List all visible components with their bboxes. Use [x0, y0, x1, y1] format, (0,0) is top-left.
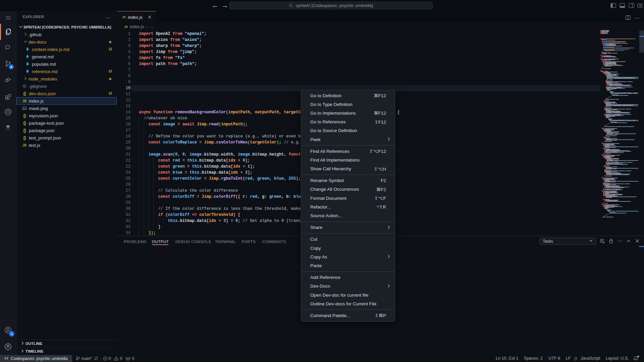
svg-text:Dev-Docs: Dev-Docs: [6, 129, 11, 130]
